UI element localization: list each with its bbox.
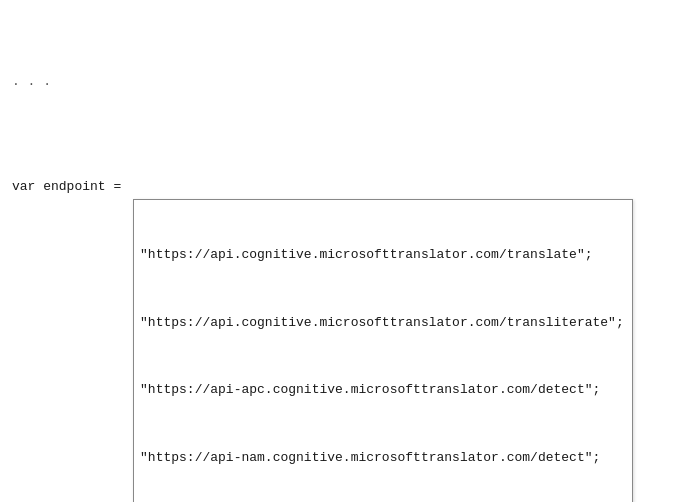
dropdown-item-1[interactable]: "https://api.cognitive.microsofttranslat… xyxy=(134,242,632,268)
dropdown-item-3[interactable]: "https://api-apc.cognitive.microsofttran… xyxy=(134,377,632,403)
dropdown-item-4[interactable]: "https://api-nam.cognitive.microsofttran… xyxy=(134,445,632,471)
endpoint-dropdown[interactable]: ▼ "https://api.cognitive.microsofttransl… xyxy=(133,177,613,303)
dropdown-item-2[interactable]: "https://api.cognitive.microsofttranslat… xyxy=(134,310,632,336)
var-endpoint-line: var endpoint = ▼ "https://api.cognitive.… xyxy=(12,177,684,303)
endpoint-dropdown-list[interactable]: "https://api.cognitive.microsofttranslat… xyxy=(133,199,633,502)
ellipsis-top: . . . xyxy=(12,72,684,93)
code-editor: . . . var endpoint = ▼ "https://api.cogn… xyxy=(12,10,684,502)
var-endpoint-prefix: var endpoint = xyxy=(12,177,129,198)
